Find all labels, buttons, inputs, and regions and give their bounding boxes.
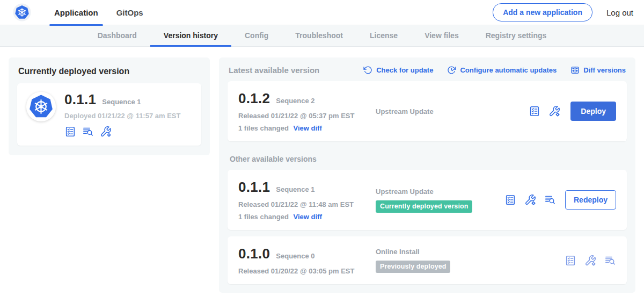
check-for-update-label: Check for update xyxy=(376,66,433,74)
app-subnav: Dashboard Version history Config Trouble… xyxy=(0,25,644,47)
kubernetes-logo-icon xyxy=(13,3,31,21)
view-diff-link[interactable]: View diff xyxy=(294,213,322,221)
files-changed-label: 1 files changed xyxy=(238,124,289,132)
version-number: 0.1.1 xyxy=(238,179,270,196)
view-diff-link[interactable]: View diff xyxy=(294,124,322,132)
current-version-info: 0.1.1 Sequence 1 Deployed 01/21/22 @ 11:… xyxy=(64,91,180,138)
subnav-tab-registry-settings[interactable]: Registry settings xyxy=(472,25,560,47)
version-info: 0.1.0 Sequence 0 Released 01/20/22 @ 03:… xyxy=(238,246,376,275)
current-version-number: 0.1.1 xyxy=(64,91,96,108)
sequence-label: Sequence 1 xyxy=(276,185,314,193)
view-logs-icon[interactable] xyxy=(604,255,616,266)
diff-versions-link[interactable]: Diff versions xyxy=(570,66,626,75)
version-source: Online Install Previously deployed xyxy=(376,248,565,273)
logout-button[interactable]: Log out xyxy=(605,6,634,19)
main-content: Currently deployed version 0.1.1 Sequenc… xyxy=(0,47,644,293)
release-notes-icon[interactable] xyxy=(565,255,576,266)
diff-icon xyxy=(570,66,580,75)
version-info: 0.1.2 Sequence 2 Released 01/21/22 @ 05:… xyxy=(238,90,376,132)
edit-config-icon[interactable] xyxy=(100,126,112,138)
view-logs-icon[interactable] xyxy=(544,194,556,206)
configure-automatic-updates-link[interactable]: Configure automatic updates xyxy=(447,66,557,75)
current-deployed-timestamp: Deployed 01/21/22 @ 11:57 am EST xyxy=(64,112,180,120)
source-label: Upstream Update xyxy=(376,187,504,196)
diff-versions-label: Diff versions xyxy=(583,66,626,74)
subnav-tab-view-files[interactable]: View files xyxy=(411,25,472,47)
current-sequence-label: Sequence 1 xyxy=(102,98,141,106)
edit-config-icon[interactable] xyxy=(524,194,536,206)
source-label: Online Install xyxy=(376,248,565,256)
redeploy-button[interactable]: Redeploy xyxy=(565,190,616,210)
version-number: 0.1.2 xyxy=(238,90,270,107)
released-timestamp: Released 01/21/22 @ 11:48 am EST xyxy=(238,200,376,208)
subnav-tab-troubleshoot[interactable]: Troubleshoot xyxy=(282,25,356,47)
configure-automatic-updates-label: Configure automatic updates xyxy=(460,66,557,74)
version-info: 0.1.1 Sequence 1 Released 01/21/22 @ 11:… xyxy=(238,179,376,221)
sequence-label: Sequence 0 xyxy=(276,252,314,260)
files-changed-label: 1 files changed xyxy=(238,213,289,221)
latest-available-header: Latest available version Check for updat… xyxy=(228,64,627,81)
version-history-panel: Latest available version Check for updat… xyxy=(219,57,635,293)
tab-application[interactable]: Application xyxy=(45,0,107,25)
sequence-label: Sequence 2 xyxy=(276,97,314,105)
latest-available-title: Latest available version xyxy=(229,66,319,75)
release-notes-icon[interactable] xyxy=(504,194,516,206)
subnav-tab-dashboard[interactable]: Dashboard xyxy=(84,25,150,47)
app-kubernetes-icon xyxy=(26,91,56,122)
refresh-icon xyxy=(363,66,372,75)
version-source: Upstream Update Currently deployed versi… xyxy=(376,187,504,213)
released-timestamp: Released 01/21/22 @ 05:37 pm EST xyxy=(238,112,376,120)
release-notes-icon[interactable] xyxy=(529,105,540,117)
view-logs-icon[interactable] xyxy=(82,126,94,138)
release-notes-icon[interactable] xyxy=(64,126,76,138)
refresh-clock-icon xyxy=(447,66,456,75)
version-row-0-1-1: 0.1.1 Sequence 1 Released 01/21/22 @ 11:… xyxy=(228,170,627,230)
other-versions-title: Other available versions xyxy=(230,155,625,163)
version-source: Upstream Update xyxy=(376,107,529,116)
current-version-card: 0.1.1 Sequence 1 Deployed 01/21/22 @ 11:… xyxy=(17,83,201,146)
currently-deployed-panel: Currently deployed version 0.1.1 Sequenc… xyxy=(9,57,210,155)
subnav-tab-license[interactable]: License xyxy=(356,25,411,47)
source-label: Upstream Update xyxy=(376,107,529,116)
currently-deployed-title: Currently deployed version xyxy=(18,67,200,76)
deploy-button[interactable]: Deploy xyxy=(570,102,616,121)
app-header: Application GitOps Add a new application… xyxy=(0,0,644,25)
version-row-0-1-0: 0.1.0 Sequence 0 Released 01/20/22 @ 03:… xyxy=(228,236,627,284)
add-application-button[interactable]: Add a new application xyxy=(493,3,592,21)
version-number: 0.1.0 xyxy=(238,246,270,262)
edit-config-icon[interactable] xyxy=(584,255,596,266)
check-for-update-link[interactable]: Check for update xyxy=(363,66,433,75)
edit-config-icon[interactable] xyxy=(548,105,560,117)
subnav-tab-config[interactable]: Config xyxy=(231,25,282,47)
currently-deployed-badge: Currently deployed version xyxy=(376,200,472,213)
version-row-0-1-2: 0.1.2 Sequence 2 Released 01/21/22 @ 05:… xyxy=(228,81,627,141)
subnav-tab-version-history[interactable]: Version history xyxy=(150,25,231,47)
tab-gitops[interactable]: GitOps xyxy=(107,0,152,25)
released-timestamp: Released 01/20/22 @ 03:05 pm EST xyxy=(238,267,376,275)
previously-deployed-badge: Previously deployed xyxy=(376,261,450,273)
